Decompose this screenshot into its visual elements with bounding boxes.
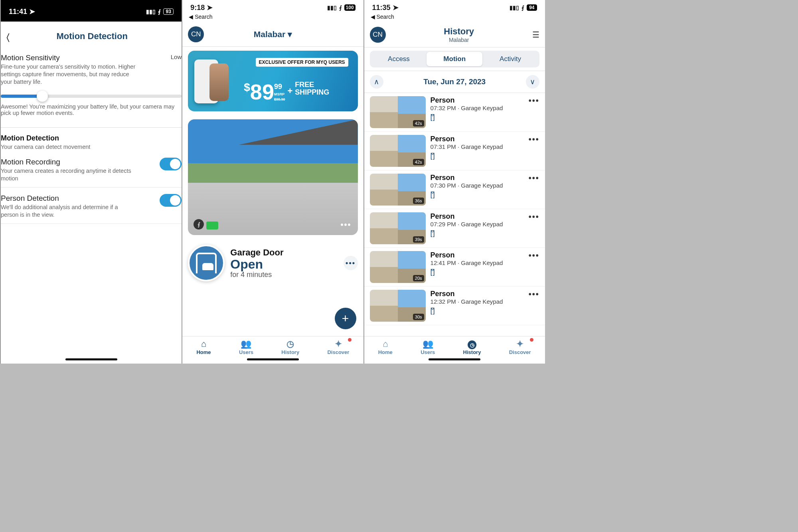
battery-status-icon <box>206 222 218 229</box>
event-row[interactable]: 42sPerson07:32 PM · Garage Keypad[°]••• <box>364 93 545 132</box>
location-dropdown[interactable]: Malabar ▾ <box>254 30 292 39</box>
motion-sensitivity-value: Low <box>171 53 182 60</box>
tab-history[interactable]: ◷History <box>281 339 299 355</box>
person-detection-toggle[interactable] <box>160 194 182 207</box>
promo-free: FREE <box>295 81 329 89</box>
person-detected-icon: [°] <box>431 152 503 160</box>
avatar[interactable]: CN <box>188 26 204 42</box>
segmented-control: Access Motion Activity <box>370 51 539 67</box>
tab-home[interactable]: ⌂Home <box>196 339 211 355</box>
divider <box>1 127 182 128</box>
tab-discover[interactable]: ✦Discover <box>327 339 349 355</box>
discover-icon: ✦ <box>509 339 531 349</box>
home-icon: ⌂ <box>196 339 211 349</box>
notification-dot <box>348 338 352 342</box>
tab-users[interactable]: 👥Users <box>421 339 435 356</box>
event-row[interactable]: 30sPerson12:32 PM · Garage Keypad[°]••• <box>364 287 545 325</box>
event-more-icon[interactable]: ••• <box>529 251 539 260</box>
screen-motion-detection: 11:41 ➤ ▮▮▯ ⨐ 93 〈 Motion Detection Moti… <box>0 0 182 364</box>
device-name: Garage Door <box>230 247 283 258</box>
screen-history: 11:35 ➤ ▮▮▯ ⨐ 94 ◀ Search CN History Mal… <box>363 0 545 364</box>
event-row[interactable]: 39sPerson07:29 PM · Garage Keypad[°]••• <box>364 209 545 248</box>
segment-access[interactable]: Access <box>371 52 427 66</box>
motion-recording-desc: Your camera creates a recording anytime … <box>1 167 136 182</box>
person-detection-label: Person Detection <box>1 194 136 203</box>
battery-icon: 100 <box>344 4 356 11</box>
event-duration: 42s <box>413 159 424 165</box>
event-duration: 42s <box>413 120 424 127</box>
event-title: Person <box>431 174 503 182</box>
event-more-icon[interactable]: ••• <box>529 174 539 183</box>
tab-history[interactable]: ◷History <box>463 339 481 356</box>
add-button[interactable]: + <box>335 308 356 329</box>
event-more-icon[interactable]: ••• <box>529 135 539 144</box>
event-row[interactable]: 20sPerson12:41 PM · Garage Keypad[°]••• <box>364 248 545 287</box>
tab-users[interactable]: 👥Users <box>239 339 253 355</box>
slider-thumb[interactable] <box>37 91 48 102</box>
promo-dollar: $ <box>244 81 250 94</box>
back-search[interactable]: ◀ Search <box>182 14 363 22</box>
event-more-icon[interactable]: ••• <box>529 212 539 222</box>
promo-banner[interactable]: EXCLUSIVE OFFER FOR MYQ USERS $ 89 99 MS… <box>188 51 358 111</box>
date-prev[interactable]: ∧ <box>370 75 383 89</box>
avatar[interactable]: CN <box>370 27 386 43</box>
event-duration: 20s <box>413 275 424 281</box>
person-detection-desc: We'll do additional analysis and determi… <box>1 204 136 219</box>
tab-bar: ⌂Home 👥Users ◷History ✦Discover <box>182 336 363 357</box>
users-icon: 👥 <box>239 339 253 349</box>
garage-door-icon[interactable] <box>188 245 225 281</box>
motion-detection-desc: Your camera can detect movement <box>1 143 136 151</box>
home-icon: ⌂ <box>378 339 393 349</box>
date-label: Tue, Jun 27, 2023 <box>423 77 486 86</box>
event-row[interactable]: 42sPerson07:31 PM · Garage Keypad[°]••• <box>364 132 545 170</box>
promo-device-image <box>194 59 218 103</box>
sensitivity-slider[interactable] <box>1 95 182 98</box>
status-time: 11:41 <box>9 8 27 16</box>
tab-discover[interactable]: ✦Discover <box>509 339 531 356</box>
back-search[interactable]: ◀ Search <box>364 14 545 22</box>
promo-cents: 99 <box>274 83 285 91</box>
event-meta: 07:31 PM · Garage Keypad <box>431 143 503 150</box>
screen-home: 9:18 ➤ ▮▮▯ ⨐ 100 ◀ Search CN Malabar ▾ E… <box>182 0 363 364</box>
motion-sensitivity-desc: Fine-tune your camera's sensitivity to m… <box>1 63 136 86</box>
signal-icon: ▮▮▯ <box>327 4 337 11</box>
event-thumbnail: 20s <box>370 251 426 283</box>
event-thumbnail: 42s <box>370 135 426 167</box>
device-more-button[interactable]: ••• <box>344 256 358 270</box>
motion-sensitivity-label: Motion Sensitivity <box>1 53 136 62</box>
event-title: Person <box>431 251 503 259</box>
home-indicator <box>247 358 299 360</box>
status-bar: 11:35 ➤ ▮▮▯ ⨐ 94 <box>364 0 545 14</box>
event-list: 42sPerson07:32 PM · Garage Keypad[°]•••4… <box>364 93 545 336</box>
signal-icon: ▮▮▯ <box>146 8 156 15</box>
camera-more-icon[interactable]: ••• <box>341 220 352 229</box>
date-next[interactable]: ∨ <box>526 75 539 89</box>
camera-feed[interactable]: ⨐ ••• <box>188 119 358 235</box>
event-more-icon[interactable]: ••• <box>529 96 539 105</box>
sensitivity-hint: Awesome! You're maximizing your battery … <box>1 103 182 116</box>
filter-icon[interactable]: ☰ <box>532 30 539 40</box>
motion-recording-label: Motion Recording <box>1 158 136 166</box>
promo-tag: EXCLUSIVE OFFER FOR MYQ USERS <box>256 58 348 67</box>
segment-activity[interactable]: Activity <box>482 52 538 66</box>
device-time: for 4 minutes <box>230 271 283 279</box>
motion-recording-toggle[interactable] <box>160 158 182 170</box>
wifi-icon: ⨐ <box>158 8 161 15</box>
tab-home[interactable]: ⌂Home <box>378 339 393 356</box>
event-duration: 30s <box>413 314 424 320</box>
status-time: 11:35 <box>372 4 391 12</box>
promo-shipping: SHIPPING <box>295 89 329 96</box>
home-indicator <box>65 358 117 360</box>
event-thumbnail: 39s <box>370 212 426 244</box>
event-meta: 07:32 PM · Garage Keypad <box>431 105 503 111</box>
back-button[interactable]: 〈 <box>1 32 10 44</box>
event-meta: 07:29 PM · Garage Keypad <box>431 221 503 227</box>
event-more-icon[interactable]: ••• <box>529 290 539 299</box>
event-meta: 12:41 PM · Garage Keypad <box>431 259 503 266</box>
person-detected-icon: [°] <box>431 307 503 315</box>
person-detected-icon: [°] <box>431 229 503 237</box>
segment-motion[interactable]: Motion <box>427 52 482 66</box>
status-bar: 11:41 ➤ ▮▮▯ ⨐ 93 <box>1 0 182 22</box>
event-row[interactable]: 36sPerson07:30 PM · Garage Keypad[°]••• <box>364 170 545 209</box>
battery-icon: 93 <box>163 8 174 15</box>
